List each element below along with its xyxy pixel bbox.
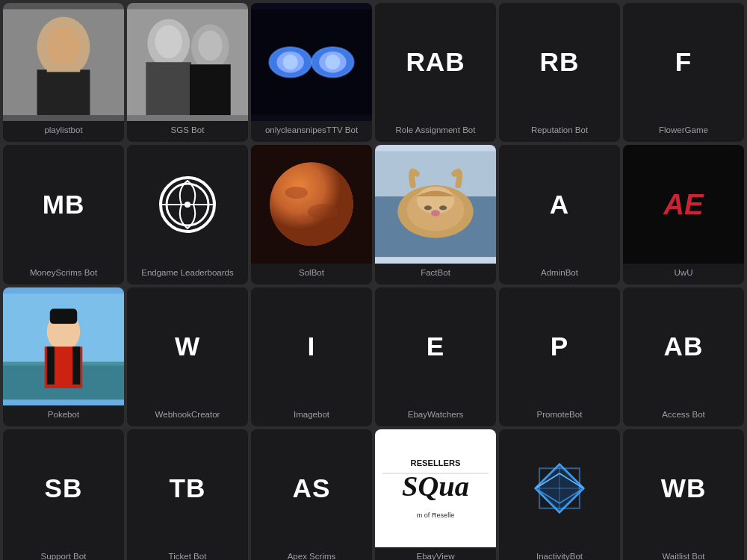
- bot-card-pokebot[interactable]: Pokebot: [3, 287, 124, 426]
- bot-initials-reputation: RB: [540, 47, 580, 77]
- bot-name-waitlistbot: Waitlist Bot: [623, 547, 744, 560]
- bot-initials-accessbot: AB: [664, 332, 704, 361]
- bot-card-ebayview[interactable]: RESELLERS SQua m of Reselle EbayView: [375, 429, 496, 560]
- bot-name-ebayview: EbayView: [375, 547, 496, 560]
- bot-card-adminbot[interactable]: A AdminBot: [499, 145, 620, 284]
- bot-avatar-flowergame: F: [623, 3, 744, 121]
- bot-name-reputation: Reputation Bot: [499, 121, 620, 142]
- bot-name-supportbot: Support Bot: [3, 547, 124, 560]
- svg-point-37: [439, 206, 447, 211]
- bot-name-ebaywatchers: EbayWatchers: [375, 405, 496, 426]
- ae-logo: AE: [663, 188, 703, 221]
- bot-card-reputation[interactable]: RB Reputation Bot: [499, 3, 620, 142]
- bot-avatar-ticketbot: TB: [127, 429, 248, 547]
- bot-avatar-ebayview: RESELLERS SQua m of Reselle: [375, 429, 496, 547]
- bot-card-playlistbot[interactable]: playlistbot: [3, 3, 124, 142]
- bot-initials-apexscrims: AS: [293, 473, 331, 503]
- svg-text:m of Reselle: m of Reselle: [417, 511, 455, 519]
- bot-initials-promotebot: P: [551, 332, 568, 361]
- bot-avatar-apexscrims: AS: [251, 429, 372, 547]
- bot-avatar-supportbot: SB: [3, 429, 124, 547]
- bot-card-accessbot[interactable]: AB Access Bot: [623, 287, 744, 426]
- bot-name-promotebot: PromoteBot: [499, 405, 620, 426]
- svg-rect-45: [72, 346, 80, 385]
- bot-name-playlistbot: playlistbot: [3, 121, 124, 142]
- svg-rect-4: [47, 66, 81, 72]
- bot-initials-ebaywatchers: E: [427, 332, 444, 361]
- bot-name-accessbot: Access Bot: [623, 405, 744, 426]
- bot-card-waitlistbot[interactable]: WB Waitlist Bot: [623, 429, 744, 560]
- bot-name-inactivitybot: InactivityBot: [499, 547, 620, 560]
- svg-point-3: [47, 26, 81, 66]
- bot-card-webhookcreator[interactable]: W WebhookCreator: [127, 287, 248, 426]
- bot-name-onlycleansnipes: onlycleansnipesTTV Bot: [251, 121, 372, 142]
- bot-name-moneyscrims: MoneyScrims Bot: [3, 264, 124, 284]
- bot-initials-flowergame: F: [675, 47, 692, 77]
- svg-point-36: [424, 206, 432, 211]
- bot-card-factbot[interactable]: FactBot: [375, 145, 496, 284]
- svg-point-38: [431, 211, 440, 217]
- bot-name-pokebot: Pokebot: [3, 405, 124, 426]
- bot-initials-waitlistbot: WB: [661, 473, 707, 503]
- bot-avatar-solbot: [251, 145, 372, 263]
- svg-point-24: [185, 202, 190, 208]
- bot-card-supportbot[interactable]: SB Support Bot: [3, 429, 124, 560]
- svg-rect-2: [37, 69, 90, 115]
- svg-rect-10: [190, 64, 231, 115]
- bot-initials-imagebot: I: [308, 332, 316, 361]
- bot-avatar-adminbot: A: [499, 145, 620, 263]
- bot-name-webhookcreator: WebhookCreator: [127, 405, 248, 426]
- bot-avatar-imagebot: I: [251, 287, 372, 405]
- bot-card-onlycleansnipes[interactable]: onlycleansnipesTTV Bot: [251, 3, 372, 142]
- svg-point-11: [198, 31, 222, 61]
- svg-point-28: [285, 187, 308, 199]
- svg-point-15: [283, 55, 298, 69]
- bot-name-roleassignment: Role Assignment Bot: [375, 121, 496, 142]
- bot-avatar-pokebot: [3, 287, 124, 405]
- bot-card-promotebot[interactable]: P PromoteBot: [499, 287, 620, 426]
- svg-point-18: [325, 55, 340, 69]
- svg-text:SQua: SQua: [402, 470, 469, 502]
- bot-avatar-promotebot: P: [499, 287, 620, 405]
- bot-avatar-onlycleansnipes: [251, 3, 372, 121]
- bot-initials-ticketbot: TB: [170, 473, 206, 503]
- bot-initials-supportbot: SB: [45, 473, 83, 503]
- bot-card-ebaywatchers[interactable]: E EbayWatchers: [375, 287, 496, 426]
- bot-name-sgsbot: SGS Bot: [127, 121, 248, 142]
- bot-avatar-webhookcreator: W: [127, 287, 248, 405]
- bot-name-apexscrims: Apex Scrims: [251, 547, 372, 560]
- bot-avatar-ebaywatchers: E: [375, 287, 496, 405]
- svg-rect-7: [146, 62, 191, 115]
- bot-card-inactivitybot[interactable]: InactivityBot: [499, 429, 620, 560]
- bot-initials-webhookcreator: W: [175, 332, 200, 361]
- bot-card-moneyscrims[interactable]: MB MoneyScrims Bot: [3, 145, 124, 284]
- bot-card-flowergame[interactable]: F FlowerGame: [623, 3, 744, 142]
- svg-rect-47: [50, 308, 77, 323]
- bot-card-uwu[interactable]: AE UwU: [623, 145, 744, 284]
- bot-initials-roleassignment: RAB: [406, 47, 465, 77]
- svg-rect-44: [47, 346, 55, 385]
- svg-text:RESELLERS: RESELLERS: [411, 458, 461, 467]
- bot-name-endgame: Endgame Leaderboards: [127, 264, 248, 284]
- bot-card-solbot[interactable]: SolBot: [251, 145, 372, 284]
- bot-name-imagebot: Imagebot: [251, 405, 372, 426]
- bot-card-roleassignment[interactable]: RAB Role Assignment Bot: [375, 3, 496, 142]
- bot-name-uwu: UwU: [623, 264, 744, 284]
- bot-card-endgame[interactable]: Endgame Leaderboards: [127, 145, 248, 284]
- svg-point-30: [295, 215, 313, 224]
- bot-name-solbot: SolBot: [251, 264, 372, 284]
- bot-avatar-waitlistbot: WB: [623, 429, 744, 547]
- bot-name-adminbot: AdminBot: [499, 264, 620, 284]
- bot-avatar-uwu: AE: [623, 145, 744, 263]
- bot-card-imagebot[interactable]: I Imagebot: [251, 287, 372, 426]
- bot-card-sgsbot[interactable]: SGS Bot: [127, 3, 248, 142]
- bot-card-apexscrims[interactable]: AS Apex Scrims: [251, 429, 372, 560]
- bot-avatar-endgame: [127, 145, 248, 263]
- bot-initials-adminbot: A: [550, 190, 569, 220]
- svg-point-29: [308, 205, 338, 220]
- bot-avatar-roleassignment: RAB: [375, 3, 496, 121]
- bot-avatar-accessbot: AB: [623, 287, 744, 405]
- bot-grid: playlistbot SGS Bot: [0, 0, 747, 560]
- bot-card-ticketbot[interactable]: TB Ticket Bot: [127, 429, 248, 560]
- svg-point-35: [417, 187, 455, 214]
